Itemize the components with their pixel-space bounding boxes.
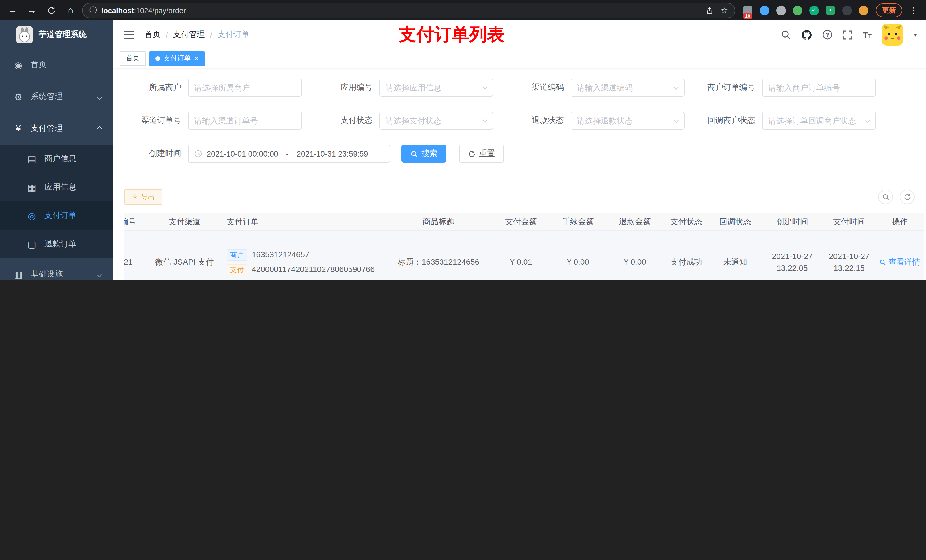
avatar-caret-icon[interactable]: ▾ (914, 31, 917, 38)
export-button[interactable]: 导出 (124, 189, 162, 205)
table-row[interactable]: 21 微信 JSAPI 支付 商户1635312124657 支付4200001… (124, 231, 924, 280)
orders-table: 编号 支付渠道 支付订单 商品标题 支付金额 手续金额 退款金额 支付状态 回调… (124, 213, 924, 280)
filter-callback-status: 回调商户状态 (698, 112, 876, 130)
search-button[interactable]: 搜索 (401, 145, 446, 163)
filter-app-no: 应用编号 (316, 78, 493, 97)
share-icon[interactable] (706, 6, 714, 15)
credit-card-icon: ▤ (25, 153, 39, 164)
sidebar-item-merchant-info[interactable]: ▤商户信息 (0, 145, 113, 173)
help-icon[interactable]: ? (822, 30, 832, 40)
search-icon[interactable] (781, 30, 791, 40)
filter-merchant: 所属商户 (124, 78, 302, 97)
reset-button[interactable]: 重置 (459, 145, 504, 163)
fullscreen-icon[interactable] (843, 30, 853, 39)
sidebar: 芋道管理系统 ◉首页 ⚙系统管理 ¥支付管理 ▤商户信息 ▦应用信息 ◎支付订单… (0, 21, 113, 280)
pay-status-select[interactable] (379, 112, 493, 130)
breadcrumb-home[interactable]: 首页 (145, 30, 160, 40)
filter-pay-status: 支付状态 (316, 112, 493, 130)
sidebar-item-refund-order[interactable]: ▢退款订单 (0, 230, 113, 258)
extension-icon[interactable] (774, 3, 788, 18)
date-start: 2021-10-01 00:00:00 (207, 149, 278, 158)
table-refresh-button[interactable] (900, 190, 915, 204)
filter-channel-order-no: 渠道订单号 (124, 112, 302, 130)
sidebar-item-app-info[interactable]: ▦应用信息 (0, 173, 113, 201)
extension-badge: 10 (743, 13, 752, 20)
tab-home[interactable]: 首页 (120, 51, 146, 66)
table-search-button[interactable] (878, 190, 893, 204)
github-icon[interactable] (801, 29, 812, 40)
svg-text:?: ? (826, 32, 829, 38)
user-avatar[interactable] (882, 24, 903, 45)
cell-pay-amount: ¥ 0.01 (493, 257, 549, 268)
profile-avatar-icon[interactable] (856, 3, 870, 18)
url-host: localhost (101, 6, 134, 15)
home-icon[interactable]: ⌂ (63, 2, 79, 18)
collapse-sidebar-icon[interactable] (124, 31, 135, 39)
tab-pay-order[interactable]: 支付订单× (149, 51, 205, 66)
extension-icon[interactable] (840, 3, 854, 18)
close-tab-icon[interactable]: × (194, 54, 198, 62)
filter-merchant-order-no: 商户订单编号 (698, 78, 876, 97)
sidebar-item-infra[interactable]: ▥基础设施 (0, 258, 113, 280)
monitor-icon: ▥ (11, 269, 25, 280)
url-path: :1024/pay/order (134, 6, 186, 15)
chevron-up-icon (97, 126, 102, 131)
extensions-cluster: 10 ✓ ▪ (738, 3, 873, 18)
channel-order-no-input[interactable] (188, 112, 302, 130)
view-detail-link[interactable]: 查看详情 (879, 257, 920, 268)
page-header: 首页 / 支付管理 / 支付订单 支付订单列表 ? (113, 21, 926, 49)
cell-pay-order: 商户1635312124657 支付4200001174202110278060… (221, 248, 384, 277)
pay-tag: 支付 (227, 264, 247, 275)
browser-update-button[interactable]: 更新 (876, 3, 902, 17)
refund-status-select[interactable] (570, 112, 684, 130)
grid-icon: ▦ (25, 182, 39, 193)
page-title: 支付订单列表 (399, 23, 505, 47)
cell-pay-status: 支付成功 (663, 257, 709, 268)
filter-create-time: 创建时间 2021-10-01 00:00:00 - 2021-10-31 23… (124, 145, 390, 163)
cell-refund-amount: ¥ 0.00 (607, 257, 663, 268)
cell-actions: 查看详情 (875, 257, 924, 268)
site-info-icon[interactable]: ⓘ (89, 5, 97, 15)
gear-icon: ⚙ (11, 91, 25, 102)
sidebar-item-pay-order[interactable]: ◎支付订单 (0, 201, 113, 230)
document-icon: ▢ (25, 239, 39, 249)
extension-icon[interactable] (757, 3, 771, 18)
pay-transaction-no: 4200001174202110278060590766 (252, 264, 375, 275)
merchant-order-no: 1635312124657 (252, 249, 309, 260)
breadcrumb: 首页 / 支付管理 / 支付订单 (145, 30, 250, 40)
chevron-down-icon (97, 272, 102, 277)
extension-icon[interactable] (790, 3, 804, 18)
callback-status-select[interactable] (762, 112, 876, 130)
forward-icon[interactable]: → (24, 2, 40, 18)
browser-menu-icon[interactable]: ⋮ (905, 2, 921, 18)
app-no-select[interactable] (379, 78, 493, 97)
filter-refund-status: 退款状态 (507, 112, 684, 130)
sidebar-item-payment[interactable]: ¥支付管理 (0, 113, 113, 145)
tags-view-bar: 首页 支付订单× (113, 49, 926, 68)
sidebar-item-system[interactable]: ⚙系统管理 (0, 81, 113, 113)
browser-chrome: ← → ⌂ ⓘ localhost:1024/pay/order ☆ 10 ✓ … (0, 0, 926, 21)
channel-code-select[interactable] (570, 78, 684, 97)
sidebar-item-home[interactable]: ◉首页 (0, 49, 113, 81)
app-logo[interactable]: 芋道管理系统 (0, 21, 113, 49)
reload-icon[interactable] (43, 2, 59, 18)
target-icon: ◎ (25, 210, 39, 221)
extension-icon[interactable]: ▪ (823, 3, 837, 18)
breadcrumb-section[interactable]: 支付管理 (173, 30, 205, 40)
font-size-icon[interactable]: TT (863, 30, 872, 39)
back-icon[interactable]: ← (5, 2, 21, 18)
extension-icon[interactable]: 10 (741, 3, 755, 18)
bookmark-star-icon[interactable]: ☆ (721, 6, 728, 15)
date-range-picker[interactable]: 2021-10-01 00:00:00 - 2021-10-31 23:59:5… (188, 145, 390, 163)
merchant-order-no-input[interactable] (762, 78, 876, 97)
address-bar[interactable]: ⓘ localhost:1024/pay/order ☆ (82, 3, 735, 18)
cell-product-title: 标题：1635312124656 (384, 257, 493, 268)
cell-fee-amount: ¥ 0.00 (549, 257, 607, 268)
clock-icon (194, 150, 202, 158)
extension-icon[interactable]: ✓ (807, 3, 821, 18)
merchant-input[interactable] (188, 78, 302, 97)
logo-image (16, 26, 33, 43)
payment-submenu: ▤商户信息 ▦应用信息 ◎支付订单 ▢退款订单 (0, 145, 113, 258)
screen: ← → ⌂ ⓘ localhost:1024/pay/order ☆ 10 ✓ … (0, 0, 926, 280)
filter-channel-code: 渠道编码 (507, 78, 684, 97)
